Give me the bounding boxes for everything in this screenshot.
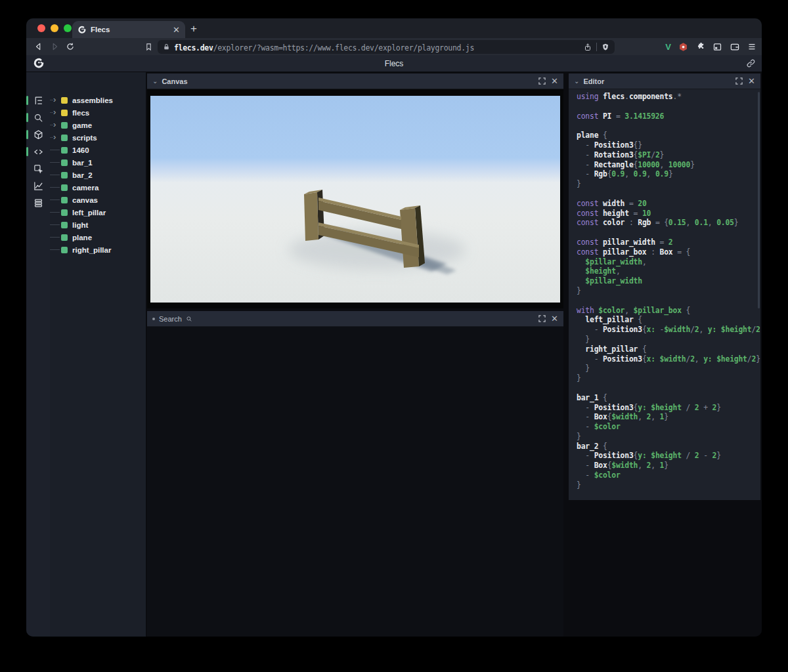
minimize-window-button[interactable] <box>51 24 58 32</box>
sidebar-toggle-code[interactable] <box>26 146 50 158</box>
code-line: } <box>577 432 760 442</box>
sidebar-toggle-search[interactable] <box>26 112 50 123</box>
canvas-panel-header[interactable]: ⌄ Canvas ✕ <box>147 74 563 89</box>
sidebar-toggle-chart[interactable] <box>26 180 50 192</box>
tree-item-1460[interactable]: 1460 <box>50 144 146 156</box>
address-bar[interactable]: flecs.dev/explorer/?wasm=https://www.fle… <box>158 40 615 54</box>
tree-item-bar_1[interactable]: bar_1 <box>50 156 146 169</box>
chevron-down-icon[interactable]: ⌄ <box>574 77 579 85</box>
sidebar-toggle-rows[interactable] <box>26 197 50 209</box>
code-line: $height, <box>577 266 760 276</box>
code-line: const width = 20 <box>577 199 760 209</box>
code-line: - Position3{y: $height / 2 - 2} <box>577 451 760 461</box>
code-line: const color : Rgb = {0.15, 0.1, 0.05} <box>577 218 760 228</box>
chevron-down-icon[interactable]: ⌄ <box>152 77 158 85</box>
tree-item-bar_2[interactable]: bar_2 <box>50 169 146 181</box>
tree-item-game[interactable]: ›game <box>50 119 146 131</box>
wallet-icon[interactable] <box>730 42 740 52</box>
menu-hamburger-icon[interactable] <box>747 42 756 51</box>
url-path: /explorer/?wasm=https://www.flecs.dev/ex… <box>213 43 474 52</box>
browser-window: Flecs ✕ + flecs.dev/explorer/?wasm=https… <box>26 18 762 637</box>
adblock-extension-icon[interactable] <box>678 42 688 52</box>
search-panel-body[interactable] <box>147 327 563 637</box>
entity-kind-square <box>61 184 68 191</box>
page-title: Flecs <box>26 55 762 72</box>
close-window-button[interactable] <box>37 24 45 32</box>
close-panel-icon[interactable]: ✕ <box>551 78 558 85</box>
tree-item-label: canvas <box>72 196 98 204</box>
back-button[interactable] <box>31 40 47 53</box>
sidebar-toggle-tree-view[interactable] <box>26 94 50 106</box>
code-line: - Box{$width, 2, 1} <box>577 412 760 422</box>
editor-panel-header[interactable]: ⌄ Editor ✕ <box>569 74 760 89</box>
url-host: flecs.dev <box>174 43 213 52</box>
close-panel-icon[interactable]: ✕ <box>748 78 755 85</box>
code-editor[interactable]: using flecs.components.* const PI = 3.14… <box>569 89 760 500</box>
collapsed-dot-icon[interactable] <box>152 318 155 320</box>
tree-item-light[interactable]: light <box>50 219 146 231</box>
code-line <box>577 189 760 199</box>
code-line <box>577 296 760 306</box>
new-tab-button[interactable]: + <box>190 22 197 35</box>
tree-item-flecs[interactable]: ›flecs <box>50 106 146 119</box>
flecs-logo[interactable] <box>33 58 44 69</box>
entity-kind-square <box>61 122 68 129</box>
chevron-right-icon[interactable]: › <box>53 134 60 140</box>
browser-tab[interactable]: Flecs ✕ <box>72 21 185 38</box>
forward-button[interactable] <box>47 40 62 53</box>
expand-icon[interactable] <box>538 77 546 85</box>
sidebar-toggle-inspect[interactable] <box>26 163 50 175</box>
chevron-right-icon[interactable]: › <box>53 109 60 116</box>
entity-kind-square <box>61 135 68 141</box>
close-panel-icon[interactable]: ✕ <box>551 316 558 322</box>
reload-button[interactable] <box>62 40 78 53</box>
tree-item-left_pillar[interactable]: left_pillar <box>50 206 146 219</box>
chevron-right-icon[interactable]: › <box>53 96 60 103</box>
code-line: const pillar_width = 2 <box>577 238 760 247</box>
entity-kind-square <box>61 247 68 253</box>
canvas-panel-title: Canvas <box>162 77 187 85</box>
tree-item-scripts[interactable]: ›scripts <box>50 131 146 144</box>
code-line: - Rgb{0.9, 0.9, 0.9} <box>577 169 760 179</box>
chart-icon <box>33 180 44 192</box>
tree-item-canvas[interactable]: canvas <box>50 194 146 206</box>
tree-item-camera[interactable]: camera <box>50 181 146 194</box>
editor-panel-title: Editor <box>583 77 604 85</box>
code-line: const pillar_box : Box = { <box>577 247 760 257</box>
brave-shield-icon[interactable] <box>602 43 609 51</box>
expand-icon[interactable] <box>735 77 743 85</box>
code-line <box>577 102 760 112</box>
chevron-right-icon[interactable]: › <box>53 121 60 128</box>
canvas-3d-viewport[interactable] <box>147 89 563 308</box>
code-line: - Box{$width, 2, 1} <box>577 461 760 471</box>
search-panel-header[interactable]: Search ✕ <box>147 311 563 327</box>
tree-item-assemblies[interactable]: ›assemblies <box>50 94 146 106</box>
search-panel-title: Search <box>159 315 182 323</box>
flecs-favicon <box>77 26 86 34</box>
code-line: } <box>577 373 760 383</box>
browser-toolbar: flecs.dev/explorer/?wasm=https://www.fle… <box>26 38 762 55</box>
code-line: bar_2 { <box>577 442 760 452</box>
tab-close-icon[interactable]: ✕ <box>173 25 180 35</box>
app-header: Flecs <box>26 55 762 72</box>
share-link-icon[interactable] <box>746 58 756 68</box>
vue-devtools-icon[interactable]: V <box>665 42 671 52</box>
sidebar-toggle-cube[interactable] <box>26 129 50 140</box>
tree-item-plane[interactable]: plane <box>50 231 146 243</box>
expand-icon[interactable] <box>538 315 546 322</box>
entity-kind-square <box>61 197 68 203</box>
tree-item-right_pillar[interactable]: right_pillar <box>50 243 146 256</box>
bookmark-icon[interactable] <box>141 40 156 53</box>
code-line: plane { <box>577 131 760 140</box>
zoom-window-button[interactable] <box>64 24 72 32</box>
tree-item-label: scripts <box>72 134 97 142</box>
code-line: } <box>577 179 760 189</box>
extensions-puzzle-icon[interactable] <box>695 42 705 52</box>
sidebar-toggle-icon[interactable] <box>712 42 722 52</box>
tree-connector <box>50 249 60 250</box>
editor-scrollbar[interactable] <box>758 92 760 308</box>
tree-connector <box>50 187 60 188</box>
share-icon[interactable] <box>584 43 592 52</box>
code-line: - Position3{x: -$width/2, y: $height/2} <box>577 325 760 335</box>
tree-item-label: light <box>72 221 88 229</box>
